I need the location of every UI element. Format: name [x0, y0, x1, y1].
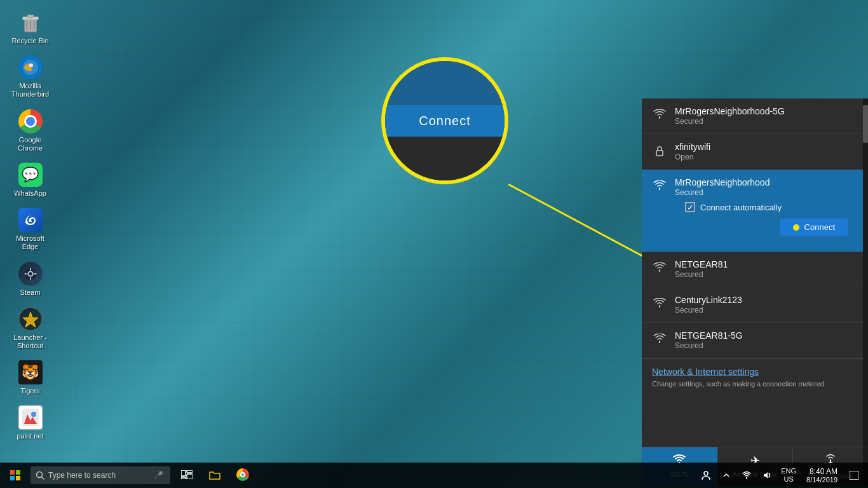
svg-line-19	[508, 184, 645, 257]
connect-circle-label: Connect	[419, 114, 471, 128]
wifi-checkbox-check: ✓	[687, 203, 694, 212]
taskbar: 🎤	[0, 463, 868, 488]
language-indicator[interactable]: ENG US	[778, 467, 799, 484]
network-settings-section: Network & Internet settings Change setti…	[642, 358, 868, 396]
wifi-name-mrrogers: MrRogersNeighborhood	[675, 177, 858, 187]
network-icon[interactable]	[738, 466, 756, 484]
start-button[interactable]	[0, 463, 31, 488]
svg-rect-34	[850, 471, 858, 480]
wifi-connect-yellow-dot	[793, 224, 799, 231]
steam-icon	[18, 262, 43, 286]
wifi-status-netgear81-5g: Secured	[675, 341, 858, 350]
svg-rect-26	[16, 476, 20, 480]
wifi-status-centurylink: Secured	[675, 306, 858, 315]
wifi-network-xfinity[interactable]: xfinitywifi Open	[642, 134, 868, 170]
desktop-icon-chrome[interactable]: Google Chrome	[6, 105, 54, 156]
svg-rect-31	[187, 474, 193, 479]
wifi-network-mrrogers[interactable]: MrRogersNeighborhood Secured ✓ Connect a…	[642, 170, 868, 252]
svg-point-18	[31, 412, 36, 417]
desktop-icon-launcher-label: Launcher - Shortcut	[10, 334, 51, 350]
svg-rect-24	[16, 470, 20, 475]
wifi-connect-auto-label: Connect automatically	[700, 203, 782, 212]
paint-icon	[18, 405, 43, 430]
network-settings-link[interactable]: Network & Internet settings	[652, 367, 858, 377]
wifi-lock-icon-xfinity	[652, 145, 667, 158]
desktop: Recycle Bin Mozilla Thunderbird	[0, 0, 868, 488]
launcher-icon	[18, 307, 43, 331]
wifi-network-netgear81[interactable]: NETGEAR81 Secured	[642, 252, 868, 287]
taskbar-app-taskview[interactable]	[173, 463, 201, 488]
chevron-up-icon[interactable]	[717, 466, 735, 484]
notification-icon[interactable]	[845, 466, 863, 484]
desktop-icon-tigers[interactable]: 🐯 Tigers	[6, 356, 54, 398]
search-bar[interactable]: 🎤	[31, 466, 170, 484]
wifi-connect-button[interactable]: Connect	[780, 219, 848, 236]
desktop-icon-thunderbird[interactable]: Mozilla Thunderbird	[6, 51, 54, 102]
wifi-name-xfinity: xfinitywifi	[675, 142, 858, 152]
thunderbird-icon	[18, 55, 43, 79]
volume-icon[interactable]	[758, 466, 776, 484]
svg-point-33	[704, 471, 708, 475]
wifi-name-centurylink: CenturyLink2123	[675, 295, 858, 305]
wifi-icon-centurylink	[652, 298, 667, 311]
wifi-status-mrrogers: Secured	[675, 188, 858, 197]
svg-rect-30	[187, 470, 193, 473]
wifi-icon-netgear81-5g	[652, 334, 667, 347]
desktop-icon-whatsapp-label: WhatsApp	[14, 189, 46, 198]
taskbar-apps	[173, 463, 257, 488]
svg-rect-21	[656, 151, 663, 156]
wifi-connect-btn-row: Connect	[652, 215, 858, 243]
wifi-scrollbar[interactable]	[863, 98, 868, 486]
svg-rect-32	[181, 477, 186, 479]
desktop-icon-launcher[interactable]: Launcher - Shortcut	[6, 303, 54, 353]
desktop-icon-recycle-bin-label: Recycle Bin	[11, 37, 48, 45]
wifi-scrollbar-thumb[interactable]	[863, 105, 868, 143]
taskbar-app-explorer[interactable]	[201, 463, 229, 488]
connect-circle-top	[385, 60, 505, 105]
desktop-icon-recycle-bin[interactable]: Recycle Bin	[6, 6, 54, 48]
wifi-connect-auto-checkbox[interactable]: ✓	[685, 202, 695, 212]
connect-circle: Connect	[381, 57, 508, 184]
search-icon	[36, 471, 44, 480]
search-input[interactable]	[48, 471, 150, 480]
taskbar-right: ENG US 8:40 AM 8/14/2019	[697, 466, 868, 484]
wifi-name-netgear81-5g: NETGEAR81-5G	[675, 330, 858, 341]
desktop-icon-whatsapp[interactable]: 💬 WhatsApp	[6, 159, 54, 201]
svg-rect-23	[10, 470, 15, 475]
svg-rect-2	[27, 15, 34, 18]
wifi-icon-netgear81	[652, 262, 667, 276]
desktop-icon-thunderbird-label: Mozilla Thunderbird	[10, 82, 51, 98]
people-icon[interactable]	[697, 466, 715, 484]
wifi-network-mrrogers-5g[interactable]: MrRogersNeighborhood-5G Secured	[642, 98, 868, 134]
taskbar-app-chrome[interactable]	[229, 463, 257, 488]
desktop-icon-chrome-label: Google Chrome	[10, 136, 51, 152]
connect-circle-bottom	[385, 137, 505, 181]
whatsapp-icon: 💬	[18, 163, 43, 187]
chrome-icon	[18, 109, 43, 133]
wifi-network-netgear81-5g[interactable]: NETGEAR81-5G Secured	[642, 323, 868, 358]
wifi-icon-mrrogers-5g	[652, 109, 667, 123]
desktop-icon-steam[interactable]: Steam	[6, 258, 54, 300]
edge-icon	[18, 208, 43, 232]
wifi-status-xfinity: Open	[675, 152, 858, 161]
desktop-icons-container: Recycle Bin Mozilla Thunderbird	[0, 0, 60, 450]
clock-date: 8/14/2019	[806, 476, 837, 484]
wifi-network-centurylink[interactable]: CenturyLink2123 Secured	[642, 287, 868, 323]
wifi-name-netgear81: NETGEAR81	[675, 259, 858, 269]
wifi-status-mrrogers-5g: Secured	[675, 117, 858, 126]
tigers-icon: 🐯	[18, 360, 43, 384]
clock-area[interactable]: 8:40 AM 8/14/2019	[801, 467, 843, 484]
clock-time: 8:40 AM	[810, 467, 837, 476]
svg-line-28	[42, 477, 44, 480]
wifi-panel: MrRogersNeighborhood-5G Secured xfinityw…	[642, 98, 868, 486]
connect-circle-middle: Connect	[385, 105, 505, 137]
microphone-icon[interactable]: 🎤	[154, 471, 163, 480]
desktop-icon-edge[interactable]: Microsoft Edge	[6, 204, 54, 254]
svg-rect-25	[10, 476, 15, 480]
desktop-icon-edge-label: Microsoft Edge	[10, 234, 51, 251]
svg-point-8	[29, 64, 33, 67]
wifi-icon-mrrogers	[652, 180, 667, 194]
wifi-name-mrrogers-5g: MrRogersNeighborhood-5G	[675, 106, 858, 116]
wifi-status-netgear81: Secured	[675, 270, 858, 279]
desktop-icon-paint[interactable]: paint.net	[6, 402, 54, 444]
